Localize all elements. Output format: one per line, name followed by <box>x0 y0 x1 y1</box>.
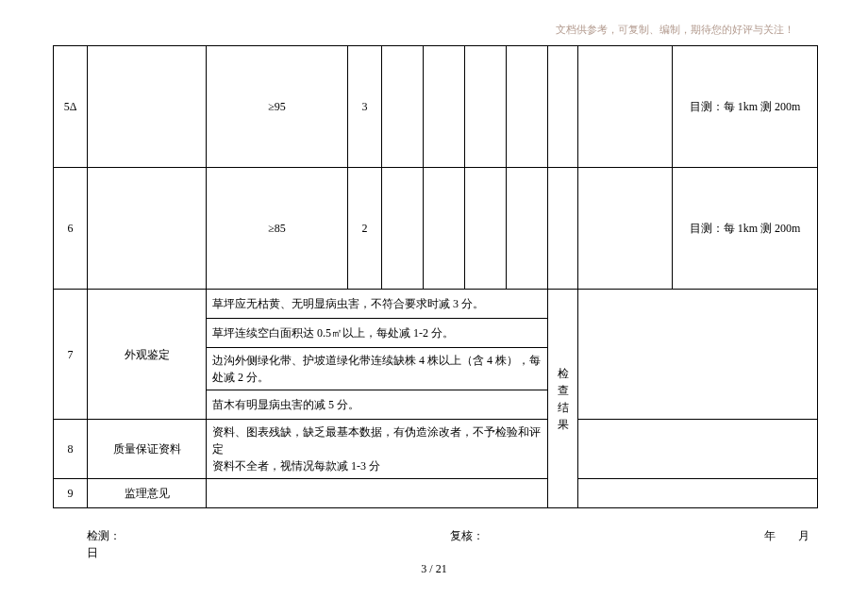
footer-day: 日 <box>87 545 98 561</box>
row-measure <box>382 168 424 290</box>
inspection-table: 5Δ ≥95 3 目测：每 1km 测 200m 6 ≥85 2 <box>53 45 817 508</box>
row-measure <box>507 168 548 290</box>
result-cell <box>578 420 818 479</box>
row-measure <box>465 46 507 168</box>
row-blank <box>578 46 673 168</box>
row-score: 2 <box>348 168 382 290</box>
row-measure <box>507 46 548 168</box>
row7-line: 草坪应无枯黄、无明显病虫害，不符合要求时减 3 分。 <box>207 290 548 319</box>
row8-text: 资料、图表残缺，缺乏最基本数据，有伪造涂改者，不予检验和评定 资料不全者，视情况… <box>207 420 548 479</box>
result-label: 检查 结果 <box>548 290 578 508</box>
row7-line: 苗木有明显病虫害的减 5 分。 <box>207 390 548 420</box>
row-std: ≥95 <box>207 46 348 168</box>
footer-row: 检测： 复核： 年 月 <box>87 528 817 544</box>
row-blank <box>207 479 548 508</box>
footer-fh: 复核： <box>450 528 484 544</box>
row-no: 5Δ <box>54 46 88 168</box>
row-measure <box>424 46 465 168</box>
header-note: 文档供参考，可复制、编制，期待您的好评与关注！ <box>556 23 794 37</box>
row-measure <box>424 168 465 290</box>
page-number: 3 / 21 <box>0 562 868 576</box>
row-label: 质量保证资料 <box>88 420 207 479</box>
row7-line: 边沟外侧绿化带、护坡道绿化带连续缺株 4 株以上（含 4 株），每处减 2 分。 <box>207 348 548 390</box>
row-blank <box>88 168 207 290</box>
row-blank <box>548 46 578 168</box>
row-method: 目测：每 1km 测 200m <box>673 168 818 290</box>
row-no: 6 <box>54 168 88 290</box>
row-measure <box>382 46 424 168</box>
footer-year-month: 年 月 <box>764 528 810 544</box>
table-row: 9 监理意见 <box>54 479 818 508</box>
row-no: 9 <box>54 479 88 508</box>
row-method: 目测：每 1km 测 200m <box>673 46 818 168</box>
row-measure <box>465 168 507 290</box>
row-score: 3 <box>348 46 382 168</box>
result-cell <box>578 479 818 508</box>
row-blank <box>548 168 578 290</box>
row-no: 7 <box>54 290 88 420</box>
table-row: 6 ≥85 2 目测：每 1km 测 200m <box>54 168 818 290</box>
table-row: 5Δ ≥95 3 目测：每 1km 测 200m <box>54 46 818 168</box>
row-label: 监理意见 <box>88 479 207 508</box>
footer-jc: 检测： <box>87 528 121 544</box>
table-row: 8 质量保证资料 资料、图表残缺，缺乏最基本数据，有伪造涂改者，不予检验和评定 … <box>54 420 818 479</box>
row-blank <box>578 168 673 290</box>
result-cell <box>578 290 818 420</box>
row-blank <box>88 46 207 168</box>
row-std: ≥85 <box>207 168 348 290</box>
row-label: 外观鉴定 <box>88 290 207 420</box>
table-row: 7 外观鉴定 草坪应无枯黄、无明显病虫害，不符合要求时减 3 分。 检查 结果 <box>54 290 818 319</box>
row7-line: 草坪连续空白面积达 0.5㎡以上，每处减 1-2 分。 <box>207 319 548 348</box>
row-no: 8 <box>54 420 88 479</box>
